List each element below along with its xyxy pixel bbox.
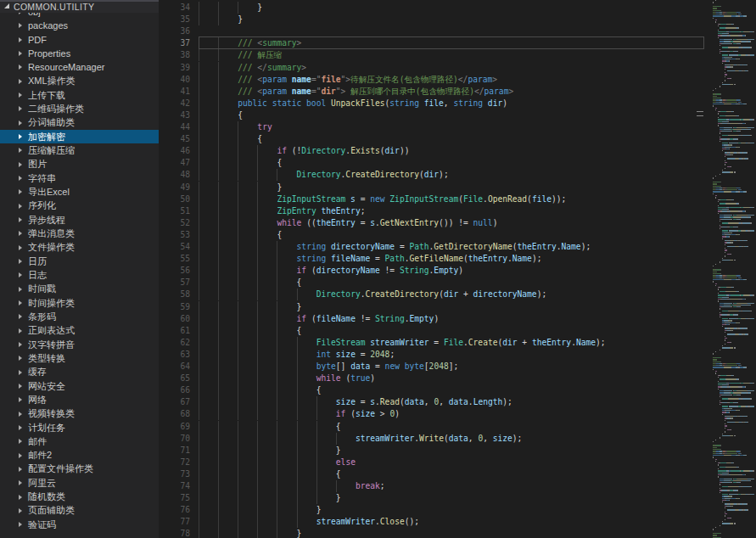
sidebar-item[interactable]: Properties	[0, 47, 159, 60]
code-line[interactable]: 37/// <summary>	[159, 37, 756, 49]
code-line[interactable]: 61{	[159, 325, 756, 337]
code-line[interactable]: 65while (true)	[159, 373, 756, 384]
sidebar-item[interactable]: 日志	[0, 268, 159, 282]
code-line[interactable]: 63int size = 2048;	[159, 349, 756, 361]
sidebar-item[interactable]: 类型转换	[0, 351, 159, 365]
collapsed-arrow-icon[interactable]	[19, 467, 22, 472]
sidebar-item[interactable]: 验证码	[0, 518, 159, 531]
line-number[interactable]: 53	[159, 229, 190, 241]
line-number[interactable]: 43	[159, 109, 190, 121]
code-line[interactable]: 58Directory.CreateDirectory(dir + direct…	[159, 289, 756, 300]
line-number[interactable]: 52	[159, 217, 190, 229]
collapsed-arrow-icon[interactable]	[19, 412, 22, 417]
code-line[interactable]: 55string fileName = Path.GetFileName(the…	[159, 253, 756, 265]
code-line[interactable]: 66{	[159, 384, 756, 396]
collapsed-arrow-icon[interactable]	[19, 51, 22, 56]
line-number[interactable]: 49	[159, 182, 190, 193]
minimap[interactable]	[706, 0, 756, 538]
line-number[interactable]: 64	[159, 361, 190, 373]
sidebar-item[interactable]: XML操作类	[0, 75, 159, 88]
line-number[interactable]: 67	[159, 396, 190, 408]
code-line[interactable]: 40/// <param name="file">待解压文件名(包含物理路径)<…	[159, 74, 756, 86]
collapsed-arrow-icon[interactable]	[19, 508, 22, 513]
line-number[interactable]: 61	[159, 325, 190, 337]
collapsed-arrow-icon[interactable]	[19, 480, 22, 485]
collapsed-arrow-icon[interactable]	[19, 314, 22, 319]
line-number[interactable]: 63	[159, 349, 190, 361]
line-number[interactable]: 78	[159, 528, 190, 538]
code-line[interactable]: 68if (size > 0)	[159, 408, 756, 420]
code-line[interactable]: 62FileStream streamWriter = File.Create(…	[159, 337, 756, 349]
line-number[interactable]: 40	[159, 74, 190, 86]
sidebar-item[interactable]: 网络	[0, 393, 159, 406]
line-number[interactable]: 36	[159, 25, 190, 37]
sidebar-item[interactable]: 页面辅助类	[0, 504, 159, 518]
line-number[interactable]: 39	[159, 62, 190, 74]
sidebar-item[interactable]: 视频转换类	[0, 407, 159, 421]
line-number[interactable]: 57	[159, 277, 190, 289]
line-number[interactable]: 74	[159, 480, 190, 492]
code-line[interactable]: 50ZipInputStream s = new ZipInputStream(…	[159, 193, 756, 205]
code-line[interactable]: 38/// 解压缩	[159, 49, 756, 61]
sidebar-item[interactable]: 配置文件操作类	[0, 462, 159, 476]
collapsed-arrow-icon[interactable]	[19, 204, 22, 209]
line-number[interactable]: 34	[159, 2, 190, 14]
collapsed-arrow-icon[interactable]	[19, 23, 22, 28]
collapsed-arrow-icon[interactable]	[19, 384, 22, 389]
code-line[interactable]: 48Directory.CreateDirectory(dir);	[159, 169, 756, 181]
line-number[interactable]: 75	[159, 492, 190, 504]
code-line[interactable]: 35}	[159, 14, 756, 25]
line-number[interactable]: 38	[159, 49, 190, 61]
collapsed-arrow-icon[interactable]	[19, 453, 22, 458]
code-line[interactable]: 34}	[159, 2, 756, 14]
line-number[interactable]: 51	[159, 205, 190, 217]
code-line[interactable]: 52while ((theEntry = s.GetNextEntry()) !…	[159, 217, 756, 229]
collapsed-arrow-icon[interactable]	[19, 79, 22, 84]
collapsed-arrow-icon[interactable]	[19, 300, 22, 305]
code-line[interactable]: 36	[159, 25, 756, 37]
code-line[interactable]: 67size = s.Read(data, 0, data.Length);	[159, 396, 756, 408]
collapsed-arrow-icon[interactable]	[19, 176, 22, 181]
code-line[interactable]: 72else	[159, 457, 756, 468]
sidebar-item[interactable]: 时间戳	[0, 283, 159, 296]
sidebar-item[interactable]: packages	[0, 19, 159, 32]
line-number[interactable]: 62	[159, 337, 190, 349]
line-number[interactable]: 58	[159, 289, 190, 300]
code-line[interactable]: 69{	[159, 421, 756, 433]
line-number[interactable]: 45	[159, 133, 190, 145]
collapsed-arrow-icon[interactable]	[19, 495, 22, 500]
line-number[interactable]: 47	[159, 157, 190, 169]
collapsed-arrow-icon[interactable]	[19, 245, 22, 250]
code-line[interactable]: 78}	[159, 528, 756, 538]
sidebar-item[interactable]: 阿里云	[0, 476, 159, 490]
code-line[interactable]: 57{	[159, 277, 756, 289]
code-line[interactable]: 44try	[159, 121, 756, 133]
collapsed-arrow-icon[interactable]	[19, 162, 22, 167]
code-line[interactable]: 47{	[159, 157, 756, 169]
line-number[interactable]: 56	[159, 265, 190, 277]
code-line[interactable]: 53{	[159, 229, 756, 241]
line-number[interactable]: 48	[159, 169, 190, 181]
sidebar-item[interactable]: 邮件2	[0, 449, 159, 462]
collapsed-arrow-icon[interactable]	[19, 148, 22, 153]
line-number[interactable]: 70	[159, 433, 190, 445]
line-number[interactable]: 41	[159, 86, 190, 98]
collapsed-arrow-icon[interactable]	[19, 120, 22, 126]
sidebar-item[interactable]: 正则表达式	[0, 324, 159, 338]
collapsed-arrow-icon[interactable]	[19, 64, 22, 70]
line-number[interactable]: 59	[159, 301, 190, 313]
line-number[interactable]: 76	[159, 504, 190, 516]
line-number[interactable]: 35	[159, 14, 190, 25]
sidebar-item[interactable]: 弹出消息类	[0, 227, 159, 240]
collapsed-arrow-icon[interactable]	[19, 92, 22, 98]
line-number[interactable]: 60	[159, 313, 190, 325]
collapsed-arrow-icon[interactable]	[19, 217, 22, 222]
sidebar-item[interactable]: 导出Excel	[0, 185, 159, 199]
sidebar-item[interactable]: 加密解密	[0, 130, 159, 143]
collapsed-arrow-icon[interactable]	[19, 356, 22, 361]
code-line[interactable]: 70streamWriter.Write(data, 0, size);	[159, 433, 756, 445]
sidebar-item[interactable]: 文件操作类	[0, 241, 159, 255]
code-line[interactable]: 42public static bool UnpackFiles(string …	[159, 98, 756, 109]
line-number[interactable]: 68	[159, 408, 190, 420]
line-number[interactable]: 50	[159, 193, 190, 205]
